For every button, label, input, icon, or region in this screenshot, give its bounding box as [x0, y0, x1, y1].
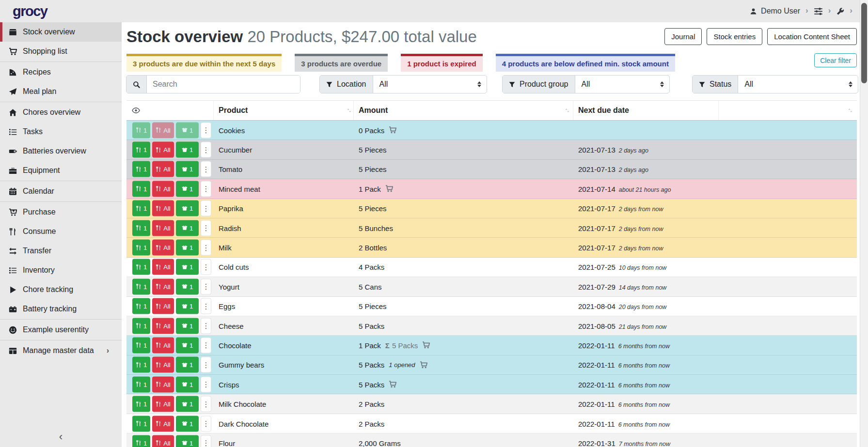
consume-all-button[interactable]: All [152, 435, 174, 447]
row-menu-button[interactable]: ⋮ [201, 161, 211, 177]
consume-one-button[interactable]: 1 [132, 337, 150, 353]
sidebar-item-transfer[interactable]: Transfer [0, 241, 122, 261]
open-one-button[interactable]: 1 [176, 435, 199, 447]
open-one-button[interactable]: 1 [176, 337, 199, 353]
location-content-sheet-button[interactable]: Location Content Sheet [767, 28, 857, 45]
row-menu-button[interactable]: ⋮ [201, 396, 211, 412]
consume-all-button[interactable]: All [152, 259, 174, 275]
consume-one-button[interactable]: 1 [132, 298, 150, 314]
consume-all-button[interactable]: All [152, 357, 174, 373]
search-input[interactable] [147, 76, 300, 93]
open-one-button[interactable]: 1 [176, 278, 199, 294]
sort-icon[interactable] [564, 108, 570, 114]
consume-all-button[interactable]: All [152, 396, 174, 412]
consume-one-button[interactable]: 1 [132, 357, 150, 373]
open-one-button[interactable]: 1 [176, 200, 199, 216]
journal-button[interactable]: Journal [664, 28, 702, 45]
row-menu-button[interactable]: ⋮ [201, 298, 211, 314]
filter-select-status[interactable]: All [738, 76, 858, 93]
consume-one-button[interactable]: 1 [132, 376, 150, 392]
open-one-button[interactable]: 1 [176, 240, 199, 256]
sort-icon[interactable] [847, 108, 853, 114]
sidebar-item-batteries-overview[interactable]: Batteries overview [0, 141, 122, 161]
consume-all-button[interactable]: All [152, 181, 174, 197]
open-one-button[interactable]: 1 [176, 318, 199, 334]
sidebar-item-battery-tracking[interactable]: Battery tracking [0, 299, 122, 319]
consume-one-button[interactable]: 1 [132, 396, 150, 412]
filter-select-location[interactable]: All [373, 76, 487, 93]
row-menu-button[interactable]: ⋮ [201, 220, 211, 236]
consume-one-button[interactable]: 1 [132, 161, 150, 177]
row-menu-button[interactable]: ⋮ [201, 435, 211, 447]
consume-one-button[interactable]: 1 [132, 416, 150, 432]
row-menu-button[interactable]: ⋮ [201, 181, 211, 197]
row-menu-button[interactable]: ⋮ [201, 416, 211, 432]
sidebar-item-stock-overview[interactable]: Stock overview [0, 22, 122, 42]
consume-all-button[interactable]: All [152, 142, 174, 158]
row-menu-button[interactable]: ⋮ [201, 376, 211, 392]
row-menu-button[interactable]: ⋮ [201, 318, 211, 334]
sidebar-item-calendar[interactable]: Calendar [0, 182, 122, 201]
consume-one-button[interactable]: 1 [132, 435, 150, 447]
consume-one-button[interactable]: 1 [132, 200, 150, 216]
row-menu-button[interactable]: ⋮ [201, 122, 211, 138]
sidebar-item-example-userentity[interactable]: Example userentity [0, 320, 122, 339]
admin-menu[interactable] [836, 7, 844, 15]
row-menu-button[interactable]: ⋮ [201, 142, 211, 158]
consume-all-button[interactable]: All [152, 298, 174, 314]
sidebar-item-equipment[interactable]: Equipment [0, 161, 122, 180]
sidebar-item-recipes[interactable]: Recipes [0, 62, 122, 82]
sidebar-item-shopping-list[interactable]: Shopping list [0, 42, 122, 61]
consume-one-button[interactable]: 1 [132, 181, 150, 197]
consume-all-button[interactable]: All [152, 416, 174, 432]
column-header-product[interactable]: Product [219, 106, 248, 115]
consume-all-button[interactable]: All [152, 220, 174, 236]
consume-all-button[interactable]: All [152, 376, 174, 392]
sidebar-item-chore-tracking[interactable]: Chore tracking [0, 280, 122, 299]
sidebar-item-manage-master-data[interactable]: Manage master data› [0, 341, 122, 360]
row-menu-button[interactable]: ⋮ [201, 278, 211, 294]
consume-all-button[interactable]: All [152, 240, 174, 256]
consume-all-button[interactable]: All [152, 200, 174, 216]
open-one-button[interactable]: 1 [176, 416, 199, 432]
filter-select-product-group[interactable]: All [575, 76, 669, 93]
sort-icon[interactable] [346, 108, 352, 114]
scrollbar[interactable] [860, 0, 868, 447]
clear-filter-button[interactable]: Clear filter [814, 53, 857, 67]
column-header-amount[interactable]: Amount [359, 106, 388, 115]
consume-one-button[interactable]: 1 [132, 318, 150, 334]
sidebar-item-meal-plan[interactable]: Meal plan [0, 82, 122, 101]
consume-one-button[interactable]: 1 [132, 122, 150, 138]
open-one-button[interactable]: 1 [176, 396, 199, 412]
sidebar-item-purchase[interactable]: Purchase [0, 202, 122, 222]
consume-one-button[interactable]: 1 [132, 220, 150, 236]
sidebar-collapse-button[interactable]: ‹ [0, 431, 122, 443]
column-header-next-due-date[interactable]: Next due date [578, 106, 629, 115]
open-one-button[interactable]: 1 [176, 122, 199, 138]
consume-one-button[interactable]: 1 [132, 240, 150, 256]
sidebar-item-inventory[interactable]: Inventory [0, 261, 122, 280]
app-logo[interactable]: grocy [13, 3, 47, 19]
open-one-button[interactable]: 1 [176, 161, 199, 177]
eye-icon[interactable] [132, 107, 140, 115]
row-menu-button[interactable]: ⋮ [201, 259, 211, 275]
open-one-button[interactable]: 1 [176, 376, 199, 392]
row-menu-button[interactable]: ⋮ [201, 357, 211, 373]
consume-all-button[interactable]: All [152, 161, 174, 177]
consume-all-button[interactable]: All [152, 318, 174, 334]
open-one-button[interactable]: 1 [176, 298, 199, 314]
consume-all-button[interactable]: All [152, 278, 174, 294]
row-menu-button[interactable]: ⋮ [201, 337, 211, 353]
consume-one-button[interactable]: 1 [132, 278, 150, 294]
sidebar-item-consume[interactable]: Consume [0, 222, 122, 241]
scrollbar-thumb[interactable] [861, 3, 867, 83]
stock-entries-button[interactable]: Stock entries [707, 28, 762, 45]
user-menu[interactable]: Demo User [750, 7, 800, 15]
open-one-button[interactable]: 1 [176, 357, 199, 373]
settings-menu[interactable] [814, 7, 823, 16]
row-menu-button[interactable]: ⋮ [201, 240, 211, 256]
open-one-button[interactable]: 1 [176, 220, 199, 236]
row-menu-button[interactable]: ⋮ [201, 200, 211, 216]
consume-all-button[interactable]: All [152, 122, 174, 138]
open-one-button[interactable]: 1 [176, 181, 199, 197]
